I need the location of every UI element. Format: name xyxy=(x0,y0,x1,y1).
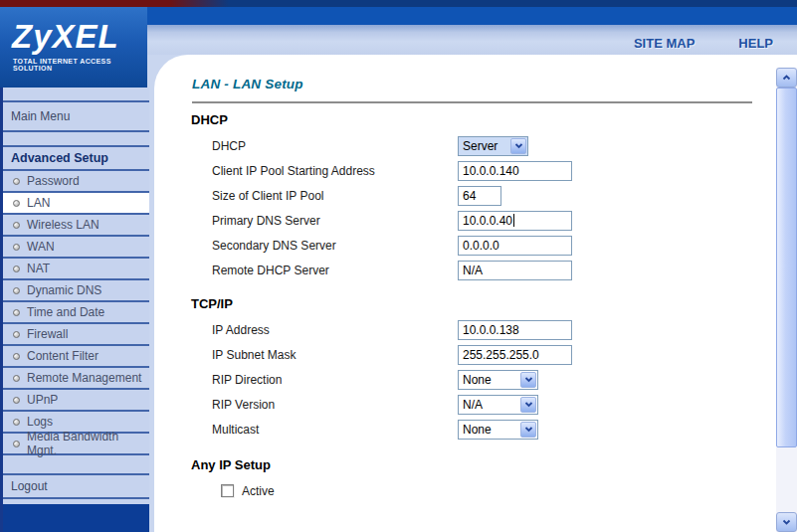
sidebar-rows: Main MenuAdvanced SetupPasswordLANWirele… xyxy=(3,88,149,499)
sidebar-item-wan[interactable]: WAN xyxy=(3,237,149,259)
section-heading-any-ip-setup: Any IP Setup xyxy=(191,457,778,472)
sidebar-item-dynamic-dns[interactable]: Dynamic DNS xyxy=(3,280,149,302)
input-value: N/A xyxy=(463,264,483,277)
rip-direction-select[interactable]: None xyxy=(458,370,538,390)
select-value: Server xyxy=(463,139,498,153)
field-label: Remote DHCP Server xyxy=(191,264,458,277)
site-map-link[interactable]: SITE MAP xyxy=(634,36,695,51)
field-label: Size of Client IP Pool xyxy=(191,189,458,203)
rip-version-select[interactable]: N/A xyxy=(458,395,538,415)
field-label: Multicast xyxy=(191,423,458,437)
sidebar-item-label: Main Menu xyxy=(3,109,70,123)
bullet-icon xyxy=(13,331,20,338)
sidebar-item-label: Media Bandwidth Mgnt. xyxy=(27,430,149,457)
input-value: 10.0.0.40 xyxy=(463,214,512,228)
form-row: Remote DHCP ServerN/A xyxy=(191,258,778,282)
help-link[interactable]: HELP xyxy=(738,36,773,51)
sidebar-item-upnp[interactable]: UPnP xyxy=(3,390,149,412)
sidebar-item-firewall[interactable]: Firewall xyxy=(3,324,149,346)
select-value: None xyxy=(463,423,492,437)
field-label: Primary DNS Server xyxy=(191,214,458,228)
sidebar-item-wireless-lan[interactable]: Wireless LAN xyxy=(3,215,149,237)
multicast-select[interactable]: None xyxy=(458,420,538,440)
sidebar-item-password[interactable]: Password xyxy=(3,171,149,193)
chevron-down-icon[interactable] xyxy=(520,397,536,413)
field-label: RIP Direction xyxy=(191,373,458,387)
form-row: RIP VersionN/A xyxy=(191,392,778,417)
sidebar-item-label: WAN xyxy=(27,240,55,254)
ip-subnet-mask-input[interactable]: 255.255.255.0 xyxy=(458,345,572,365)
form-row: Primary DNS Server10.0.0.40 xyxy=(191,208,778,233)
sidebar-item-label: Advanced Setup xyxy=(3,151,108,165)
bullet-icon xyxy=(13,178,20,185)
field-label: IP Address xyxy=(191,323,458,337)
lan-setup-form: DHCPDHCPServerClient IP Pool Starting Ad… xyxy=(191,112,778,503)
bullet-icon xyxy=(13,309,20,316)
sidebar-item-lan[interactable]: LAN xyxy=(3,193,149,215)
header-bar: SITE MAP HELP xyxy=(147,25,797,55)
chevron-down-icon[interactable] xyxy=(520,422,536,438)
input-value: 64 xyxy=(463,189,476,203)
text-cursor xyxy=(513,214,514,227)
field-label: DHCP xyxy=(191,139,458,153)
divider xyxy=(192,101,752,103)
sidebar-item-media-bandwidth-mgnt[interactable]: Media Bandwidth Mgnt. xyxy=(3,434,149,455)
page-title: LAN - LAN Setup xyxy=(192,77,303,91)
bullet-icon xyxy=(13,200,20,207)
field-label: RIP Version xyxy=(191,398,458,412)
sidebar-item-label: NAT xyxy=(27,262,50,275)
sidebar-item-main-menu[interactable]: Main Menu xyxy=(3,102,149,132)
bullet-icon xyxy=(13,222,20,229)
sidebar-item-advanced-setup[interactable]: Advanced Setup xyxy=(3,147,149,171)
remote-dhcp-server-input[interactable]: N/A xyxy=(458,261,572,280)
input-value: 10.0.0.138 xyxy=(463,323,519,337)
content-area: LAN - LAN Setup DHCPDHCPServerClient IP … xyxy=(147,55,797,532)
sidebar-item-label: UPnP xyxy=(27,393,58,407)
field-label: IP Subnet Mask xyxy=(191,348,458,362)
input-value: 0.0.0.0 xyxy=(463,239,499,253)
scroll-down-icon[interactable] xyxy=(776,512,797,532)
sidebar-item-label: Firewall xyxy=(27,327,68,341)
content-card: LAN - LAN Setup DHCPDHCPServerClient IP … xyxy=(154,55,797,532)
sidebar-item-logout[interactable]: Logout xyxy=(3,475,149,499)
bullet-icon xyxy=(13,397,20,404)
vertical-scrollbar xyxy=(776,68,797,532)
checkbox-label: Active xyxy=(242,484,275,498)
primary-dns-server-input[interactable]: 10.0.0.40 xyxy=(458,211,572,231)
sidebar-item-remote-management[interactable]: Remote Management xyxy=(3,368,149,390)
active-checkbox[interactable] xyxy=(221,484,234,497)
bullet-icon xyxy=(13,419,20,426)
sidebar-item-nat[interactable]: NAT xyxy=(3,259,149,280)
form-row: IP Subnet Mask255.255.255.0 xyxy=(191,342,778,367)
field-label: Client IP Pool Starting Address xyxy=(191,164,458,178)
top-accent-bar xyxy=(0,0,797,7)
sidebar-item-label: LAN xyxy=(27,196,50,210)
chevron-down-icon[interactable] xyxy=(520,372,536,388)
scrollbar-thumb[interactable] xyxy=(776,88,797,447)
form-row: MulticastNone xyxy=(191,417,778,442)
bullet-icon xyxy=(13,441,20,447)
sidebar-item-label: Password xyxy=(27,174,80,188)
router-admin-page: ZyXEL TOTAL INTERNET ACCESS SOLUTION SIT… xyxy=(0,0,797,532)
secondary-dns-server-input[interactable]: 0.0.0.0 xyxy=(458,236,572,256)
ip-address-input[interactable]: 10.0.0.138 xyxy=(458,320,572,340)
bullet-icon xyxy=(13,353,20,360)
sidebar-item-label: Logs xyxy=(27,415,53,429)
logo-tagline: TOTAL INTERNET ACCESS SOLUTION xyxy=(13,58,147,72)
select-value: None xyxy=(463,373,492,387)
zyxel-logo: ZyXEL TOTAL INTERNET ACCESS SOLUTION xyxy=(0,7,147,88)
scroll-up-icon[interactable] xyxy=(776,68,797,88)
size-of-client-ip-pool-input[interactable]: 64 xyxy=(458,186,501,206)
sidebar-item-time-and-date[interactable]: Time and Date xyxy=(3,302,149,324)
sidebar-spacer xyxy=(3,88,149,102)
sidebar-item-label: Remote Management xyxy=(27,371,141,385)
sidebar-item-label: Time and Date xyxy=(27,305,104,319)
dhcp-select[interactable]: Server xyxy=(458,136,528,156)
logo-wordmark: ZyXEL xyxy=(12,20,147,53)
sidebar-item-content-filter[interactable]: Content Filter xyxy=(3,346,149,368)
select-value: N/A xyxy=(463,398,483,412)
client-ip-pool-starting-address-input[interactable]: 10.0.0.140 xyxy=(458,161,572,181)
form-row: Secondary DNS Server0.0.0.0 xyxy=(191,233,778,258)
chevron-down-icon[interactable] xyxy=(510,138,526,154)
section-heading-tcp-ip: TCP/IP xyxy=(191,296,778,311)
